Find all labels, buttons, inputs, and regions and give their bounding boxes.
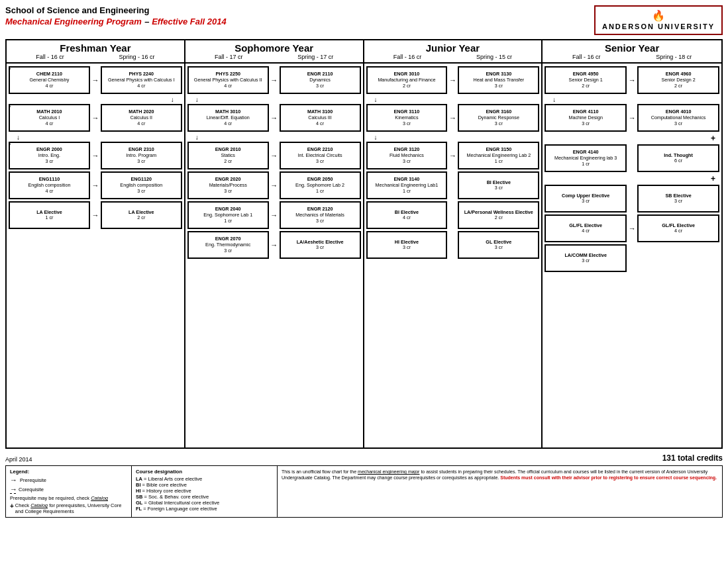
comp-upper-cr: 3 cr bbox=[547, 199, 624, 205]
so-arr6: → bbox=[269, 241, 280, 249]
engr4960-cr: 2 cr bbox=[640, 83, 717, 89]
sr-r2-pair: ENGR 4110 Machine Design 3 cr → ENGR 401… bbox=[545, 104, 719, 132]
math3010-box: MATH 3010 Linear/Diff. Equation 4 cr bbox=[187, 104, 269, 132]
engr2000-cr: 3 cr bbox=[11, 159, 87, 165]
engr2050-cr: 1 cr bbox=[282, 189, 358, 195]
gl-elec-cr: 3 cr bbox=[460, 245, 537, 251]
legend-left: Legend: → Prerequisite → Corequisite Pre… bbox=[6, 466, 132, 517]
sr-r6-pair: LA/COMM Elective 3 cr bbox=[545, 244, 719, 272]
jr-r5-pair: BI Elective 4 cr LA/Personal Wellness El… bbox=[366, 201, 540, 229]
glfl-elec2-box: GL/FL Elective 4 cr bbox=[637, 214, 719, 242]
jr-r1-pair: ENGR 3010 Manufacturing and Finance 2 cr… bbox=[366, 66, 540, 94]
bi-elec2-box: BI Elective 4 cr bbox=[366, 201, 448, 229]
disclaimer-warning: Students must consult with their advisor… bbox=[500, 475, 717, 480]
math3010-cr: 4 cr bbox=[190, 121, 266, 127]
jr-row5: BI Elective 4 cr LA/Personal Wellness El… bbox=[366, 201, 540, 229]
fr-r5-pair: LA Elective 1 cr → LA Elective 2 cr bbox=[9, 201, 182, 229]
bi-elec1-cr: 3 cr bbox=[460, 185, 537, 191]
math2020-cr: 4 cr bbox=[103, 121, 180, 127]
so-r6-pair: ENGR 2070 Eng. Thermodynamic 3 cr → LA/A… bbox=[187, 231, 361, 259]
gl-desig: GL = Global Intercultural core elective bbox=[136, 500, 273, 506]
legend-box: Legend: → Prerequisite → Corequisite Pre… bbox=[5, 465, 723, 518]
years-bar: Freshman Year Fall - 16 cr Spring - 16 c… bbox=[7, 40, 721, 64]
chem2110-box: CHEM 2110 General Chemistry 4 cr bbox=[9, 66, 90, 94]
senior-title: Senior Year bbox=[545, 42, 719, 54]
so-row1: PHYS 2250 General Physics with Calculus … bbox=[187, 66, 361, 94]
sr-r4-pair: Comp Upper Elective 3 cr SB Elective 3 c… bbox=[545, 185, 719, 212]
engr3010-cr: 2 cr bbox=[369, 83, 445, 89]
so-r5-pair: ENGR 2040 Eng. Sophomore Lab 1 1 cr → EN… bbox=[187, 201, 361, 229]
header: School of Science and Engineering Mechan… bbox=[5, 5, 723, 35]
junior-title: Junior Year bbox=[366, 42, 540, 54]
engr4010-cr: 3 cr bbox=[640, 121, 717, 127]
so-arr1: → bbox=[269, 76, 280, 84]
sophomore-spring: Spring - 17 cr bbox=[297, 54, 333, 60]
freshman-spring: Spring - 16 cr bbox=[119, 54, 154, 60]
eng1110-box: ENG1110 English composition 4 cr bbox=[9, 171, 90, 199]
total-credits: 131 total credits bbox=[662, 453, 723, 463]
fr-row1: * CHEM 2110 General Chemistry 4 cr → PHY… bbox=[9, 66, 182, 94]
so-arr3: → bbox=[269, 152, 280, 160]
program-title: Mechanical Engineering Program bbox=[5, 17, 142, 26]
la-elec1-cr: 1 cr bbox=[11, 215, 87, 221]
fr-r4-pair: ENG1110 English composition 4 cr → ENG11… bbox=[9, 171, 182, 199]
engr2040-cr: 1 cr bbox=[190, 218, 266, 224]
engr2110-box: ENGR 2110 Dynamics 3 cr bbox=[280, 66, 361, 94]
legend-plus: + Check Catalog for prerequisites, Unive… bbox=[10, 502, 127, 514]
so-down1: ↓ bbox=[187, 96, 361, 103]
arr1: → bbox=[90, 76, 101, 84]
eng1120-cr: 3 cr bbox=[103, 189, 180, 195]
university-logo: 🔥 ANDERSON UNIVERSITY bbox=[594, 5, 723, 35]
sr-r5-pair: GL/FL Elective 4 cr → GL/FL Elective 4 c… bbox=[545, 214, 719, 242]
hi-desig: HI = History core elective bbox=[136, 488, 273, 494]
engr2010-cr: 2 cr bbox=[190, 159, 266, 165]
flame-icon: 🔥 bbox=[652, 9, 665, 22]
sr-r1-pair: ENGR 4950 Senior Design 1 2 cr → ENGR 49… bbox=[545, 66, 719, 94]
sophomore-title: Sophomore Year bbox=[187, 42, 361, 54]
junior-spring: Spring - 15 cr bbox=[476, 54, 512, 60]
engr3150-box: ENGR 3150 Mechanical Engineering Lab 2 1… bbox=[458, 142, 539, 169]
la-elec2-box: LA Elective 2 cr bbox=[101, 201, 182, 229]
ind-thought-cr: 6 cr bbox=[640, 158, 717, 164]
so-r3-pair: ENGR 2010 Statics 2 cr → ENGR 2210 Int. … bbox=[187, 142, 361, 169]
sr-row1: ENGR 4950 Senior Design 1 2 cr → ENGR 49… bbox=[545, 66, 719, 94]
sr-arr2: → bbox=[627, 114, 637, 122]
la-aes-box: LA/Aeshetic Elective 3 cr bbox=[280, 231, 361, 259]
senior-sems: Fall - 16 cr Spring - 18 cr bbox=[545, 54, 719, 60]
engr4950-cr: 2 cr bbox=[547, 83, 624, 89]
engr3120-cr: 3 cr bbox=[369, 159, 445, 165]
fr-down2: ↓ bbox=[9, 134, 182, 141]
sb-desig: SB = Soc. & Behav. core elective bbox=[136, 494, 273, 500]
la-wellness-cr: 2 cr bbox=[460, 215, 537, 221]
la-comm-box: LA/COMM Elective 3 cr bbox=[545, 244, 627, 272]
so-arr4: → bbox=[269, 181, 280, 189]
catalog-text: Prerequisite may be required, check bbox=[10, 495, 91, 501]
sb-elec-cr: 3 cr bbox=[640, 199, 717, 205]
chem2110-cr: 4 cr bbox=[11, 83, 87, 89]
jr-down1: ↓ bbox=[366, 96, 540, 103]
sr-row6: LA/COMM Elective 3 cr bbox=[545, 244, 719, 272]
engr2310-cr: 3 cr bbox=[103, 159, 180, 165]
prereq-label: Prerequisite bbox=[20, 477, 46, 483]
gl-elec-box: GL Elective 3 cr bbox=[458, 231, 539, 259]
fr-r1-pair: CHEM 2110 General Chemistry 4 cr → PHYS … bbox=[9, 66, 182, 94]
so-row5: ENGR 2040 Eng. Sophomore Lab 1 1 cr → EN… bbox=[187, 201, 361, 229]
sb-elec-box: SB Elective 3 cr bbox=[637, 185, 719, 212]
jr-r3-pair: ENGR 3120 Fluid Mechanics 3 cr → ENGR 31… bbox=[366, 142, 540, 169]
jr-row3: ENGR 3120 Fluid Mechanics 3 cr → ENGR 31… bbox=[366, 142, 540, 169]
engr4110-cr: 3 cr bbox=[547, 121, 624, 127]
engr2110-cr: 3 cr bbox=[282, 83, 358, 89]
phys2240-box: PHYS 2240 General Physics with Calculus … bbox=[101, 66, 182, 94]
math2010-cr: 4 cr bbox=[11, 121, 87, 127]
hi-elec-cr: 3 cr bbox=[369, 245, 445, 251]
so-arr2: → bbox=[269, 114, 280, 122]
arr5: → bbox=[90, 211, 101, 219]
page: School of Science and Engineering Mechan… bbox=[0, 0, 728, 523]
senior-spring: Spring - 18 cr bbox=[656, 54, 692, 60]
jr-r4-pair: ENGR 3140 Mechanical Engineering Lab1 1 … bbox=[366, 171, 540, 199]
so-row3: ENGR 2010 Statics 2 cr → ENGR 2210 Int. … bbox=[187, 142, 361, 169]
jr-r6-pair: HI Elective 3 cr GL Elective 3 cr bbox=[366, 231, 540, 259]
arr3: → bbox=[90, 152, 101, 160]
engr3010-box: ENGR 3010 Manufacturing and Finance 2 cr bbox=[366, 66, 448, 94]
math2020-box: MATH 2020 Calculus II 4 cr bbox=[101, 104, 182, 132]
